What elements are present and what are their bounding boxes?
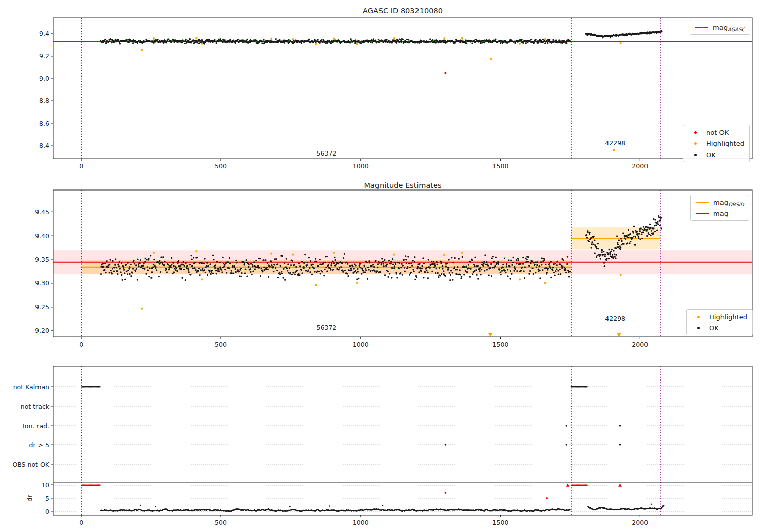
ok-point (423, 263, 425, 264)
ok-point (404, 267, 405, 268)
ok-point (304, 254, 306, 255)
ok-point (275, 267, 276, 269)
ok-point (388, 40, 389, 41)
dr-trace-point (329, 505, 331, 507)
ok-point (339, 267, 340, 268)
ok-point (121, 274, 122, 276)
ok-point (191, 258, 192, 260)
ok-point (568, 276, 570, 277)
ok-point (292, 272, 294, 273)
ok-point (150, 255, 151, 256)
x-tick-label: 1500 (492, 519, 509, 526)
ok-point (211, 271, 212, 273)
ok-point (615, 257, 616, 259)
ok-point (446, 263, 448, 264)
ok-point (253, 270, 254, 272)
ok-point (213, 259, 214, 260)
highlighted-point (292, 38, 294, 40)
ok-point (533, 262, 535, 263)
ok-point (516, 270, 518, 272)
ok-point (508, 259, 509, 261)
ok-point (185, 279, 186, 281)
dr-not-ok-point (546, 497, 548, 499)
ok-point (118, 265, 120, 267)
legend-entry: mag (696, 208, 744, 218)
ok-point (207, 265, 209, 267)
ok-point (461, 276, 462, 277)
ok-point (262, 259, 264, 261)
highlighted-point (544, 282, 546, 284)
ok-point (200, 269, 202, 271)
ok-point (173, 41, 175, 43)
ok-point (656, 223, 657, 224)
ok-point (100, 273, 102, 275)
ok-point (358, 40, 359, 41)
ok-point (433, 261, 434, 262)
ok-point (600, 258, 601, 259)
y-tick-label: 9.40 (35, 232, 49, 240)
ok-point (555, 270, 556, 272)
dr-not-ok-point (444, 492, 446, 494)
ok-point (157, 39, 158, 40)
ok-point (113, 41, 115, 43)
ok-point (349, 265, 351, 267)
ok-point (454, 257, 456, 259)
ok-point (105, 272, 106, 273)
ok-point (414, 261, 415, 262)
ok-point (518, 263, 520, 264)
ok-point (554, 275, 555, 276)
ok-point (604, 254, 606, 255)
ok-point (550, 267, 551, 269)
ok-point (252, 264, 253, 265)
ok-point (251, 274, 252, 275)
ok-point (603, 262, 605, 263)
ok-point (187, 268, 189, 269)
ok-point (140, 259, 141, 261)
figure: 563724229805001000150020008.48.68.89.09.… (0, 0, 760, 532)
ok-point (229, 263, 231, 264)
ok-point (429, 267, 431, 269)
ok-point (142, 268, 144, 269)
ok-point (565, 268, 566, 270)
ok-point (556, 268, 557, 270)
ok-point (160, 256, 162, 258)
ok-point (284, 262, 285, 264)
ok-point (463, 274, 465, 275)
ok-point (386, 39, 387, 41)
ok-point (475, 269, 477, 271)
ok-point (661, 31, 662, 32)
ok-point (642, 229, 643, 230)
ok-point (646, 235, 648, 237)
ok-point (628, 229, 629, 231)
ok-point (371, 270, 373, 271)
ok-point (148, 276, 150, 277)
x-tick-label: 1000 (353, 162, 369, 170)
ok-point (536, 266, 537, 268)
ok-point (601, 249, 603, 251)
ok-point (407, 256, 409, 257)
ok-point (325, 267, 327, 268)
ok-point (611, 249, 612, 250)
ok-point (460, 274, 461, 275)
ok-point (281, 273, 283, 274)
legend-entry: Highlighted (689, 138, 744, 148)
ok-point (126, 271, 127, 272)
ok-point (562, 266, 563, 268)
ok-point (333, 262, 335, 264)
ok-point (338, 269, 339, 270)
highlighted-point (461, 37, 463, 40)
ok-point (311, 273, 313, 275)
ok-point (561, 258, 563, 260)
ok-point (455, 273, 457, 275)
ok-point (240, 268, 242, 269)
ok-point (112, 268, 113, 269)
legend-label: OK (709, 324, 719, 332)
ok-point (360, 263, 361, 264)
ok-point (235, 271, 237, 273)
ok-point (182, 264, 184, 265)
ok-point (260, 267, 262, 269)
ok-point (351, 269, 352, 271)
ok-point (245, 268, 246, 270)
ok-point (198, 268, 200, 269)
ok-point (368, 269, 369, 270)
